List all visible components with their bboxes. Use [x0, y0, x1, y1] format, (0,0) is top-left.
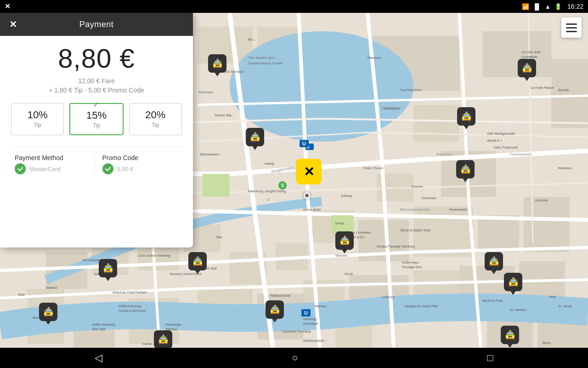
svg-text:Barcelo: Barcelo	[558, 88, 569, 92]
svg-text:Rathausmarkt: Rathausmarkt	[270, 294, 290, 297]
status-bar: ✕ 📶 ▐▌ ▲ 🔋 16:22	[0, 0, 588, 13]
taxi-1: .taxi-pin-taxi-1::after { content:'';pos…	[208, 54, 228, 75]
svg-text:Rathausstraße →: Rathausstraße →	[303, 339, 328, 342]
svg-text:Neuer Wa...: Neuer Wa...	[215, 113, 234, 117]
payment-panel: ✕ Payment 8,80 € 12,00 € Fare + 1,80 € T…	[0, 13, 193, 247]
menu-line-2	[566, 27, 577, 29]
svg-text:American Chief Fashion: American Chief Fashion	[113, 291, 147, 294]
svg-text:Louis Vuitton Hamburg: Louis Vuitton Hamburg	[138, 254, 170, 258]
svg-rect-4	[482, 31, 551, 77]
tip-20-button[interactable]: ✓ 20% Tip	[129, 103, 182, 135]
promo-code-inner: 5,00 €	[102, 163, 134, 174]
bottom-section: Payment Method MasterCard Promo Code	[11, 146, 182, 174]
taxi-8: .taxi-pin-taxi-8::after { content:'';pos…	[485, 252, 505, 272]
svg-text:Emilia: Emilia	[335, 222, 344, 225]
svg-text:Gertrude: Gertrude	[535, 199, 548, 202]
sbahn-jungfernstieg: S	[278, 181, 287, 190]
svg-text:La moda Palace: La moda Palace	[531, 86, 554, 89]
promo-code-col[interactable]: Promo Code 5,00 €	[95, 154, 182, 174]
svg-text:Wolford: Wolford	[46, 286, 57, 289]
taxi-14: .taxi-pin-taxi-14::after { content:'';po…	[501, 326, 521, 346]
svg-text:GbR Modegeschäft: GbR Modegeschäft	[487, 132, 514, 136]
back-button[interactable]: ◁	[95, 352, 102, 364]
taxi-6: .taxi-pin-taxi-6::after { content:'';pos…	[456, 160, 476, 180]
taxi-7: .taxi-pin-taxi-7::after { content:'';pos…	[335, 231, 356, 252]
clock: 16:22	[567, 3, 583, 10]
svg-text:Steins: Steins	[542, 341, 551, 345]
svg-text:Mönckebergstraße: Mönckebergstraße	[400, 207, 430, 212]
fare-base: 12,00 € Fare	[49, 77, 144, 85]
menu-button[interactable]	[561, 17, 582, 38]
close-button[interactable]: ✕	[6, 18, 19, 31]
fare-amount: 8,80 €	[58, 45, 135, 72]
svg-text:Passage Kino: Passage Kino	[402, 265, 422, 269]
svg-text:School of Business: School of Business	[119, 309, 146, 312]
svg-text:Raboisen: Raboisen	[558, 167, 572, 170]
svg-text:HSBA Hamburg: HSBA Hamburg	[119, 305, 141, 308]
svg-rect-6	[413, 105, 459, 142]
svg-text:Subway: Subway	[341, 194, 352, 198]
svg-rect-13	[524, 197, 570, 252]
svg-text:Europa Passage Hamburg: Europa Passage Hamburg	[377, 245, 415, 248]
svg-text:Cocktailbar: Cocktailbar	[521, 55, 538, 58]
tip-section: ✓ 10% Tip ✓ 15% Tip ✓ 20% Tip	[11, 103, 182, 135]
tip-15-button[interactable]: ✓ 15% Tip	[69, 103, 123, 135]
taxi-3: .taxi-pin-taxi-3::after { content:'';pos…	[518, 59, 538, 79]
svg-text:Olymp & Hades Textil: Olymp & Hades Textil	[400, 229, 430, 232]
panel-title: Payment	[79, 20, 114, 29]
taxi-11: .taxi-pin-taxi-11::after { content:'';po…	[504, 273, 524, 293]
tip-10-percent: 10%	[28, 109, 48, 121]
taxi-10: .taxi-pin-taxi-10::after { content:'';po…	[99, 259, 119, 279]
payment-method-col[interactable]: Payment Method MasterCard	[11, 154, 95, 174]
recent-button[interactable]: □	[487, 352, 493, 364]
app-marker: ✕	[295, 158, 322, 185]
svg-text:Hamburg Jungfernstieg: Hamburg Jungfernstieg	[248, 189, 286, 193]
svg-text:St. Jacobi: St. Jacobi	[558, 305, 572, 308]
svg-text:Trachtendiele: Trachtendiele	[400, 88, 422, 92]
promo-code-label: Promo Code	[102, 154, 139, 161]
svg-text:Whistles: Whistles	[335, 254, 348, 257]
svg-text:Monki: Monki	[345, 272, 353, 276]
panel-header: ✕ Payment	[0, 13, 193, 36]
svg-text:(Deutschland) GmbH: (Deutschland) GmbH	[248, 61, 283, 65]
svg-text:Ba...: Ba...	[248, 37, 255, 41]
menu-line-3	[566, 31, 577, 32]
panel-content: 8,80 € 12,00 € Fare + 1,80 € Tip - 5,00 …	[0, 36, 193, 247]
svg-text:Ⓢ: Ⓢ	[266, 198, 270, 201]
promo-code-value: 5,00 €	[117, 166, 134, 172]
payment-method-inner: MasterCard	[15, 163, 61, 174]
svg-text:Hamburg: Hamburg	[303, 317, 317, 321]
battery-icon: 🔋	[554, 3, 562, 10]
svg-text:Plan: Plan	[216, 236, 222, 239]
tip-20-label: Tip	[152, 122, 159, 128]
payment-check-circle	[15, 163, 26, 174]
svg-text:Kabs Polsterwelt: Kabs Polsterwelt	[494, 146, 518, 149]
svg-text:dewelt K +: dewelt K +	[487, 139, 502, 142]
svg-text:Raboisen: Raboisen	[368, 56, 381, 59]
svg-text:Hulbe-Haus: Hulbe-Haus	[402, 261, 419, 264]
promo-check-icon	[105, 166, 111, 172]
promo-check-circle	[102, 163, 113, 174]
home-button[interactable]: ○	[292, 352, 298, 364]
svg-text:H&M: H&M	[549, 295, 556, 299]
ubahn-rathaus: U	[301, 309, 311, 316]
tip-10-button[interactable]: ✓ 10% Tip	[11, 103, 64, 135]
navigation-bar: ◁ ○ □	[0, 348, 588, 368]
svg-text:Ossewski Treuhand: Ossewski Treuhand	[283, 330, 311, 333]
bluetooth-icon: 📶	[522, 3, 529, 10]
payment-method-value: MasterCard	[29, 166, 61, 172]
svg-text:Alsterarkaden: Alsterarkaden	[200, 153, 220, 156]
svg-text:Kleine Alster: Kleine Alster	[303, 208, 322, 211]
svg-text:Innenstadt: Innenstadt	[303, 322, 318, 325]
svg-rect-12	[478, 215, 519, 252]
svg-rect-34	[202, 174, 230, 197]
wifi-icon: ▲	[545, 3, 551, 10]
fare-details: 12,00 € Fare + 1,80 € Tip - 5,00 € Promo…	[49, 77, 144, 94]
payment-check-icon	[17, 166, 23, 172]
svg-text:14Dioptrien: 14Dioptrien	[384, 107, 400, 110]
svg-rect-5	[551, 59, 588, 128]
taxi-12: .taxi-pin-taxi-12::after { content:'';po…	[266, 300, 286, 321]
app-marker-inner: ✕	[296, 159, 322, 184]
svg-text:CIU DIE BAR: CIU DIE BAR	[521, 51, 541, 54]
app-x-icon: ✕	[304, 164, 314, 179]
